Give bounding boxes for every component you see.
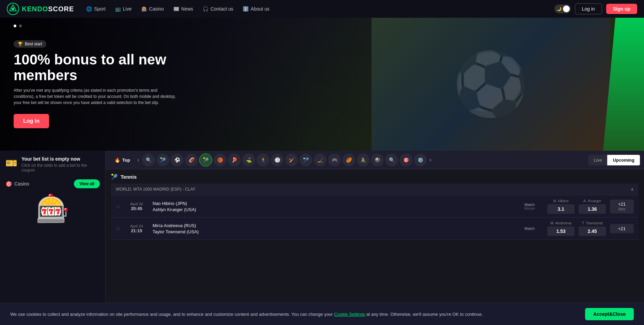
hero-badge: 🏆 Best start xyxy=(14,40,46,48)
sport-volleyball-button[interactable]: 🏐 xyxy=(271,153,284,166)
search-sport-icon: 🔍 xyxy=(146,157,152,163)
sport-football-button[interactable]: 🏈 xyxy=(185,153,198,166)
sport-badminton-button[interactable]: 🏸 xyxy=(299,153,312,166)
more-bets-count-2: +21 xyxy=(614,226,630,231)
theme-toggle[interactable]: 🌙 xyxy=(554,4,571,13)
hero-title: 100% bonus to all new members xyxy=(14,52,184,83)
more-bets-button-2[interactable]: +21 xyxy=(610,224,634,233)
sport-cricket-button[interactable]: 🏏 xyxy=(285,153,298,166)
tennis-active-icon: 🎾 xyxy=(203,157,209,163)
match-hour-2: 21:15 xyxy=(125,228,148,233)
odds-header1-2: M. Andreeva xyxy=(547,221,575,225)
team1-name-2: Mirra Andreeva (RUS) xyxy=(153,223,512,228)
about-nav-icon: ℹ️ xyxy=(243,6,249,12)
fire-icon: 🔥 xyxy=(114,157,120,163)
top-sports-button[interactable]: 🔥 Top xyxy=(110,154,135,165)
rugby-sport-icon: 🏉 xyxy=(346,157,352,163)
sports-next-button[interactable]: › xyxy=(428,156,433,164)
sports-bar: 🔥 Top ‹ 🔍 🎾 ⚽ 🏈 🎾 🏀 🏓 xyxy=(106,151,644,169)
golf-sport-icon: ⛳ xyxy=(246,157,252,163)
match-row: ☆ April 24 20:45 Nao Hibino (JPN) Ashlyn… xyxy=(111,195,639,218)
odds-val1-2[interactable]: 1.53 xyxy=(547,226,575,236)
odds-header2-2: T. Townsend xyxy=(579,221,606,225)
live-nav-icon: 📺 xyxy=(115,6,121,12)
match-group-wta-madrid: WORLD. WTA 1000 MADRID (ESP) - CLAY ∧ ☆ … xyxy=(111,183,639,240)
more-bets-button-1[interactable]: +21 Bets xyxy=(610,200,634,213)
match-label-1: Match Winner xyxy=(516,203,543,210)
cricket-sport-icon: 🏏 xyxy=(289,157,295,163)
favorite-button-1[interactable]: ☆ xyxy=(116,203,121,210)
sport-darts-button[interactable]: 🎯 xyxy=(399,153,412,166)
sport-tennis-active-button[interactable]: 🎾 xyxy=(199,153,212,166)
darts-sport-icon: 🎯 xyxy=(403,157,409,163)
bet-empty-title: Your bet list is empty now xyxy=(21,156,100,162)
hero-description: After you've met any qualifying criteria… xyxy=(14,87,177,106)
odds-col1-1: N. Hibino 3.1 xyxy=(547,199,575,214)
nav-item-sport[interactable]: 🌐 Sport xyxy=(82,4,109,14)
match-date-1: April 24 xyxy=(125,202,148,206)
match-teams-1: Nao Hibino (JPN) Ashlyn Krueger (USA) xyxy=(153,201,512,212)
hockey-sport-icon: 🏒 xyxy=(317,157,323,163)
settings-sport-icon: ⚙️ xyxy=(418,157,423,163)
contact-nav-icon: 🎧 xyxy=(203,6,208,12)
bet-empty-desc: Click on the odds to add a bet to the co… xyxy=(21,163,100,173)
sport-tennis-button[interactable]: 🎾 xyxy=(156,153,169,166)
more-bets-label-1: Bets xyxy=(618,207,625,211)
upcoming-tab-button[interactable]: Upcoming xyxy=(607,155,640,165)
favorite-button-2[interactable]: ☆ xyxy=(116,225,121,232)
content-area: 🎾 Tennis WORLD. WTA 1000 MADRID (ESP) - … xyxy=(106,169,644,305)
odds-col1-2: M. Andreeva 1.53 xyxy=(547,221,575,236)
casino-chips-art: 🎰 xyxy=(5,195,100,222)
sport-snooker-button[interactable]: 🎱 xyxy=(371,153,384,166)
tennis-section-icon: 🎾 xyxy=(111,174,118,180)
sport-tabletennis-button[interactable]: 🏓 xyxy=(228,153,241,166)
soccer-sport-icon: ⚽ xyxy=(174,157,180,163)
team2-name-1: Ashlyn Krueger (USA) xyxy=(153,207,512,212)
more-bets-count-1: +21 xyxy=(614,202,630,207)
sport-basketball-button[interactable]: 🏀 xyxy=(214,153,226,166)
match-label-sub-1: Winner xyxy=(516,207,543,210)
moon-icon: 🌙 xyxy=(556,6,562,11)
live-tab-button[interactable]: Live xyxy=(588,155,608,165)
sports-prev-button[interactable]: ‹ xyxy=(136,156,141,164)
nav-item-about[interactable]: ℹ️ About us xyxy=(239,4,273,14)
cycling-sport-icon: 🚴 xyxy=(360,157,366,163)
sport-search2-button[interactable]: 🔍 xyxy=(385,153,398,166)
odds-val2-1[interactable]: 1.36 xyxy=(579,204,606,214)
match-label-2: Match xyxy=(516,226,543,231)
sport-search-button[interactable]: 🔍 xyxy=(142,153,155,166)
nav-item-news[interactable]: 📰 News xyxy=(169,4,197,14)
sport-soccer-button[interactable]: ⚽ xyxy=(171,153,184,166)
navbar: KENDOSCORE 🌐 Sport 📺 Live 🎰 Casino 📰 New… xyxy=(0,0,644,18)
sport-golf-button[interactable]: ⛳ xyxy=(242,153,255,166)
odds-val1-1[interactable]: 3.1 xyxy=(547,204,575,214)
nav-item-casino[interactable]: 🎰 Casino xyxy=(137,4,168,14)
odds-header2-1: A. Krueger xyxy=(579,199,606,203)
basketball-sport-icon: 🏀 xyxy=(217,157,223,163)
navbar-right: 🌙 Log in Sign up xyxy=(554,3,637,14)
casino-nav-icon: 🎰 xyxy=(141,6,147,12)
svg-point-2 xyxy=(12,8,14,10)
nav-links: 🌐 Sport 📺 Live 🎰 Casino 📰 News 🎧 Contact… xyxy=(82,4,273,14)
odds-header1-1: N. Hibino xyxy=(547,199,575,203)
login-button[interactable]: Log in xyxy=(575,3,602,14)
collapse-icon[interactable]: ∧ xyxy=(631,187,634,192)
sport-hockey-button[interactable]: 🏒 xyxy=(314,153,327,166)
logo[interactable]: KENDOSCORE xyxy=(7,3,74,15)
view-all-button[interactable]: View all xyxy=(74,179,100,188)
sport-settings-button[interactable]: ⚙️ xyxy=(414,153,427,166)
sport-cycling-button[interactable]: 🚴 xyxy=(357,153,370,166)
odds-val2-2[interactable]: 2.45 xyxy=(579,226,606,236)
search2-sport-icon: 🔍 xyxy=(389,157,395,163)
match-teams-2: Mirra Andreeva (RUS) Taylor Townsend (US… xyxy=(153,223,512,234)
sport-esports-button[interactable]: 🎮 xyxy=(328,153,341,166)
nav-item-contact[interactable]: 🎧 Contact us xyxy=(199,4,237,14)
nav-item-live[interactable]: 📺 Live xyxy=(111,4,136,14)
casino-section: 🎯 Casino View all 🎰 xyxy=(5,179,100,222)
match-time-2: April 24 21:15 xyxy=(125,224,148,233)
team1-name-1: Nao Hibino (JPN) xyxy=(153,201,512,206)
signup-button[interactable]: Sign up xyxy=(606,4,637,14)
sport-athletics-button[interactable]: 🏃 xyxy=(256,153,269,166)
hero-login-button[interactable]: Log in xyxy=(14,114,49,128)
sport-rugby-button[interactable]: 🏉 xyxy=(342,153,355,166)
